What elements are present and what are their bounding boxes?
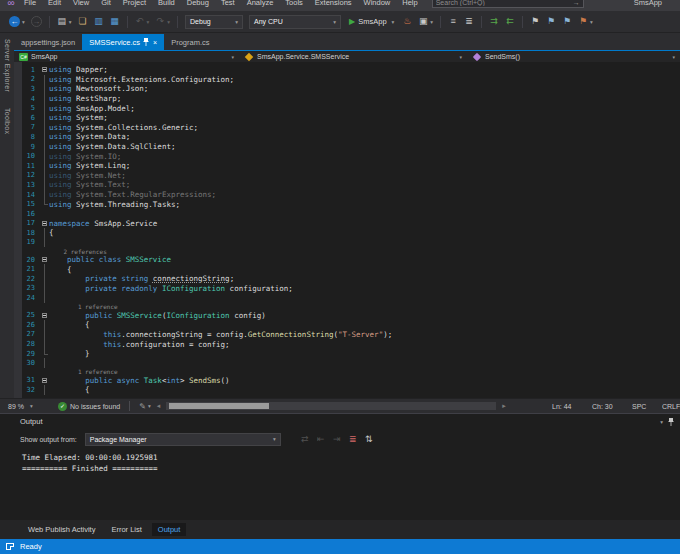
outlining-margin[interactable] [40,161,49,171]
solution-configurations-dropdown[interactable]: Debug ▾ [185,15,243,29]
panel-tab-web-publish-activity[interactable]: Web Publish Activity [22,523,101,536]
scroll-left-icon[interactable]: ◂ [157,402,161,410]
outlining-margin[interactable] [40,320,49,330]
codelens-references[interactable]: 1 reference [49,368,118,375]
tool-window-tab-toolbox[interactable]: Toolbox [4,108,11,134]
pin-icon[interactable] [143,38,149,46]
previous-message-button[interactable]: ⇤ [314,434,328,445]
outlining-margin[interactable] [40,132,49,142]
search-input[interactable] [436,0,573,6]
menu-analyze[interactable]: Analyze [241,0,280,7]
outlining-margin[interactable] [40,199,49,209]
new-file-button[interactable]: ▤▾ [55,16,74,27]
menu-help[interactable]: Help [396,0,423,7]
spaces-indicator[interactable]: SPC [632,403,662,410]
outlining-margin[interactable] [40,75,49,85]
window-position-icon[interactable]: ▾ [660,419,663,425]
type-dropdown[interactable]: SmsApp.Service.SMSService ▾ [239,51,467,62]
panel-tab-error-list[interactable]: Error List [105,523,147,536]
toggle-bookmark-button[interactable]: ⚑ [528,16,542,27]
output-content[interactable]: Time Elapsed: 00:00:00.1925981==========… [0,449,680,520]
column-indicator[interactable]: Ch: 30 [592,403,632,410]
menu-debug[interactable]: Debug [181,0,215,7]
menu-edit[interactable]: Edit [42,0,67,7]
code-editor[interactable]: 1using Dapper;2using Microsoft.Extension… [14,62,680,398]
line-indicator[interactable]: Ln: 44 [552,403,592,410]
outlining-margin[interactable] [40,293,49,303]
toggle-word-wrap-button[interactable]: ⇅ [362,434,376,445]
outlining-margin[interactable] [40,349,49,359]
codelens-references[interactable]: 2 references [49,248,107,255]
outlining-margin[interactable] [40,274,49,284]
output-source-dropdown[interactable]: Package Manager ▾ [85,433,281,446]
scroll-right-icon[interactable]: ▸ [502,402,506,410]
outlining-margin[interactable] [40,339,49,349]
outlining-margin[interactable] [40,310,49,320]
outlining-margin[interactable] [40,219,49,229]
outlining-margin[interactable] [40,376,49,386]
outlining-margin[interactable] [40,84,49,94]
comment-selection-button[interactable]: ⇉ [487,16,501,27]
outlining-margin[interactable] [40,94,49,104]
hot-reload-button[interactable]: ♨ [400,16,414,27]
previous-bookmark-button[interactable]: ⚑ [544,16,558,27]
collapse-box-icon[interactable] [42,67,47,72]
navigate-back-button[interactable]: ←▾ [7,16,27,27]
navigate-forward-button[interactable]: → [29,16,44,27]
outlining-margin[interactable] [40,209,49,219]
start-debugging-button[interactable]: ▶ SmsApp ▾ [349,17,394,26]
redo-button[interactable]: ↷▾ [153,16,172,27]
clear-bookmarks-button[interactable]: ⚑▾ [576,16,595,27]
outlining-margin[interactable] [40,330,49,340]
horizontal-scrollbar[interactable] [166,402,496,410]
tab-appsettings-json[interactable]: appsettings.json [14,34,82,50]
open-file-button[interactable]: ❏ [76,16,90,27]
menu-extensions[interactable]: Extensions [309,0,358,7]
outlining-margin[interactable] [40,123,49,133]
collapse-box-icon[interactable] [42,378,47,383]
menu-file[interactable]: File [18,0,42,7]
outlining-margin[interactable] [40,358,49,368]
collapse-box-icon[interactable] [42,221,47,226]
member-dropdown[interactable]: SendSms() ▾ [467,51,680,62]
outlining-margin[interactable] [40,142,49,152]
outlining-margin[interactable] [40,171,49,181]
menu-window[interactable]: Window [358,0,397,7]
solution-platforms-dropdown[interactable]: Any CPU ▾ [249,15,341,29]
preview-in-browser-button[interactable]: ▣▾ [416,16,435,27]
outlining-margin[interactable] [40,284,49,294]
outlining-margin[interactable] [40,255,49,265]
collapse-box-icon[interactable] [42,313,47,318]
editor-options-icon[interactable]: ✎▾ [139,402,150,411]
outlining-margin[interactable] [40,103,49,113]
find-message-button[interactable]: ⇄ [298,434,312,445]
panel-tab-output[interactable]: Output [152,523,187,536]
menu-test[interactable]: Test [215,0,241,7]
next-bookmark-button[interactable]: ⚑ [560,16,574,27]
uncomment-selection-button[interactable]: ⇇ [503,16,517,27]
outlining-margin[interactable] [40,238,49,248]
outlining-margin[interactable] [40,180,49,190]
outlining-margin[interactable] [40,190,49,200]
find-symbol-button[interactable]: ≣ [462,16,476,27]
scrollbar-thumb[interactable] [169,403,269,409]
collapse-box-icon[interactable] [42,257,47,262]
outlining-margin[interactable] [40,65,49,75]
search-icon[interactable]: → [573,0,580,6]
tab-smsservice-cs[interactable]: SMSService.cs× [82,34,164,50]
menu-build[interactable]: Build [152,0,181,7]
eol-indicator[interactable]: CRLF [662,403,680,410]
tab-program-cs[interactable]: Program.cs [164,34,216,50]
code-health-indicator[interactable]: ✓ No issues found [58,402,120,411]
save-all-button[interactable]: ▦ [108,16,122,27]
undo-button[interactable]: ↶▾ [133,16,152,27]
search-box[interactable]: → [432,0,584,8]
clear-all-output-button[interactable]: ≣ [346,434,360,445]
codelens-references[interactable]: 1 reference [49,303,118,310]
tool-window-tab-server-explorer[interactable]: Server Explorer [4,39,11,92]
outlining-margin[interactable] [40,385,49,395]
outlining-margin[interactable] [40,151,49,161]
menu-view[interactable]: View [67,0,95,7]
project-dropdown[interactable]: C# SmsApp ▾ [14,51,239,62]
outlining-margin[interactable] [40,228,49,238]
